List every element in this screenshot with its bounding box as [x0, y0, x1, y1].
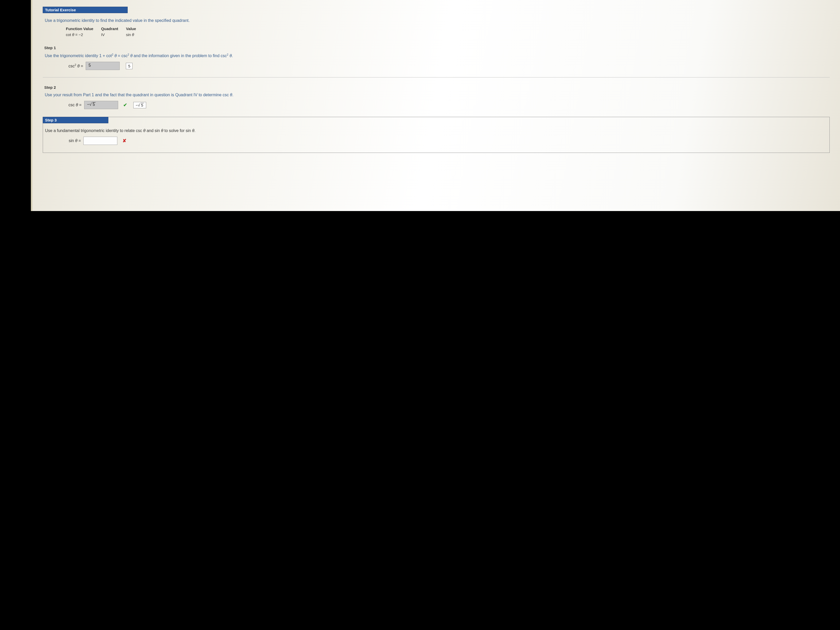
step2-equation: csc θ = −5 ✔ −5 — [68, 101, 830, 109]
content-area: Tutorial Exercise Use a trigonometric id… — [32, 0, 840, 158]
step1-text: Use the trigonometric identity 1 + cot2 … — [45, 53, 830, 58]
step1-answer-input[interactable]: 5 — [86, 62, 120, 70]
step3-text: Use a fundamental trigonometric identity… — [45, 128, 829, 133]
step1-text-a: Use the trigonometric identity 1 + cot — [45, 54, 112, 58]
exercise-panel: Tutorial Exercise Use a trigonometric id… — [31, 0, 840, 211]
step3-header: Step 3 — [43, 117, 108, 123]
step1-feedback-box: 5 — [126, 63, 133, 69]
step2-text: Use your result from Part 1 and the fact… — [45, 93, 830, 97]
cell-value: sin θ — [126, 32, 144, 38]
cell-function-value: cot θ = −2 — [66, 32, 101, 38]
step1-equation: csc2 θ = 5 5 — [68, 62, 830, 70]
tutorial-exercise-header: Tutorial Exercise — [43, 7, 128, 13]
given-values-table: Function Value Quadrant Value cot θ = −2… — [66, 26, 144, 38]
step3-eq-label: sin θ = — [69, 139, 81, 143]
col-value: Value — [126, 26, 144, 32]
step3-answer-input[interactable] — [84, 137, 117, 145]
col-quadrant: Quadrant — [101, 26, 126, 32]
x-icon: ✘ — [123, 138, 126, 144]
step2-answer-input[interactable]: −5 — [84, 101, 118, 109]
cell-quadrant: IV — [101, 32, 126, 38]
step2-label: Step 2 — [44, 85, 830, 90]
step1-label: Step 1 — [44, 46, 830, 50]
step2-eq-label: csc θ = — [68, 103, 82, 107]
divider-1 — [43, 77, 830, 77]
step3-equation: sin θ = ✘ — [69, 137, 829, 145]
step2-feedback-box: −5 — [133, 102, 146, 108]
exercise-instruction: Use a trigonometric identity to find the… — [45, 18, 830, 23]
step1-eq-label: csc2 θ = — [68, 63, 83, 68]
check-icon: ✔ — [123, 102, 127, 108]
step3-container: Step 3 Use a fundamental trigonometric i… — [43, 117, 830, 153]
col-function-value: Function Value — [66, 26, 101, 32]
